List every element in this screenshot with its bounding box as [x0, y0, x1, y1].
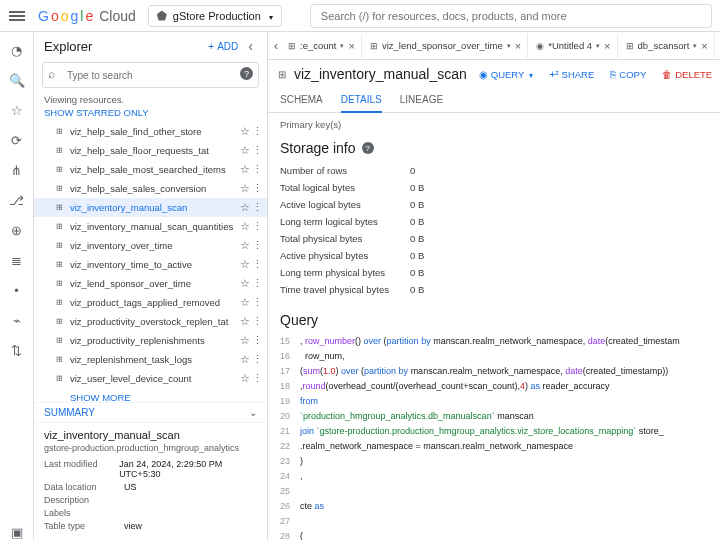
item-name: viz_help_sale_sales_conversion — [70, 183, 240, 194]
hamburger-menu-icon[interactable] — [8, 7, 26, 25]
show-starred-link[interactable]: SHOW STARRED ONLY — [34, 105, 267, 122]
star-icon[interactable]: ☆ — [240, 315, 250, 328]
view-icon: ⊞ — [56, 279, 63, 288]
more-icon[interactable]: ⋮ — [252, 353, 263, 366]
star-icon[interactable]: ☆ — [240, 220, 250, 233]
delete-button[interactable]: 🗑DELETE — [658, 69, 716, 80]
editor-tab[interactable]: ⊞:e_count▾× — [282, 34, 362, 58]
subtab-details[interactable]: DETAILS — [341, 88, 382, 113]
close-icon[interactable]: × — [604, 40, 610, 52]
summary-title: viz_inventory_manual_scan — [44, 429, 257, 441]
tree-item[interactable]: ⊞viz_help_sale_most_searched_items☆⋮ — [34, 160, 267, 179]
editor-tab[interactable]: ⊞db_scansort▾× — [620, 34, 715, 58]
resource-tree: ⊞viz_help_sale_find_other_store☆⋮⊞viz_he… — [34, 122, 267, 402]
tab-dropdown-icon[interactable]: ▾ — [340, 42, 344, 50]
view-icon: ⊞ — [56, 298, 63, 307]
share-button[interactable]: +²SHARE — [545, 69, 598, 80]
close-icon[interactable]: × — [515, 40, 521, 52]
star-icon[interactable]: ☆ — [240, 163, 250, 176]
tree-item[interactable]: ⊞viz_help_sale_floor_requests_tat☆⋮ — [34, 141, 267, 160]
tree-item[interactable]: ⊞viz_inventory_time_to_active☆⋮ — [34, 255, 267, 274]
more-icon[interactable]: ⋮ — [252, 201, 263, 214]
rail-icon-1[interactable]: ⋔ — [9, 162, 25, 178]
more-icon[interactable]: ⋮ — [252, 239, 263, 252]
editor-tab[interactable]: ◉*Untitled 4▾× — [530, 34, 617, 58]
tab-type-icon: ⊞ — [626, 41, 634, 51]
help-icon[interactable]: ? — [362, 142, 374, 154]
rail-search-icon[interactable]: 🔍 — [9, 72, 25, 88]
tree-item[interactable]: ⊞viz_inventory_over_time☆⋮ — [34, 236, 267, 255]
tree-item[interactable]: ⊞viz_inventory_manual_scan_quantities☆⋮ — [34, 217, 267, 236]
editor-tab[interactable]: ⊞viz_lend_sponsor_over_time▾× — [364, 34, 528, 58]
rail-bigquery-icon[interactable]: ◔ — [9, 42, 25, 58]
global-search-input[interactable] — [310, 4, 712, 28]
close-icon[interactable]: × — [348, 40, 354, 52]
more-icon[interactable]: ⋮ — [252, 182, 263, 195]
tab-dropdown-icon[interactable]: ▾ — [693, 42, 697, 50]
collapse-explorer-icon[interactable]: ‹ — [244, 38, 257, 54]
rail-icon-6[interactable]: ⌁ — [9, 312, 25, 328]
star-icon[interactable]: ☆ — [240, 201, 250, 214]
search-help-icon[interactable]: ? — [240, 67, 253, 80]
tree-item[interactable]: ⊞viz_help_sale_find_other_store☆⋮ — [34, 122, 267, 141]
star-icon[interactable]: ☆ — [240, 277, 250, 290]
more-icon[interactable]: ⋮ — [252, 220, 263, 233]
more-icon[interactable]: ⋮ — [252, 125, 263, 138]
more-icon[interactable]: ⋮ — [252, 258, 263, 271]
more-icon[interactable]: ⋮ — [252, 277, 263, 290]
project-picker[interactable]: gStore Production — [148, 5, 282, 27]
more-icon[interactable]: ⋮ — [252, 296, 263, 309]
more-icon[interactable]: ⋮ — [252, 315, 263, 328]
tree-item[interactable]: ⊞viz_user_level_device_count☆⋮ — [34, 369, 267, 388]
storage-heading: Storage info — [280, 140, 356, 156]
more-icon[interactable]: ⋮ — [252, 334, 263, 347]
tree-item[interactable]: ⊞viz_productivity_overstock_replen_tat☆⋮ — [34, 312, 267, 331]
tab-dropdown-icon[interactable]: ▾ — [507, 42, 511, 50]
view-icon: ⊞ — [56, 336, 63, 345]
tree-item[interactable]: ⊞viz_product_tags_applied_removed☆⋮ — [34, 293, 267, 312]
chevron-down-icon: ⌄ — [249, 407, 257, 418]
more-icon[interactable]: ⋮ — [252, 372, 263, 385]
explorer-search-input[interactable] — [42, 62, 259, 88]
query-button[interactable]: ◉QUERY — [475, 69, 538, 80]
summary-toggle[interactable]: SUMMARY ⌄ — [34, 402, 267, 422]
rail-icon-4[interactable]: ≣ — [9, 252, 25, 268]
more-icon[interactable]: ⋮ — [252, 163, 263, 176]
star-icon[interactable]: ☆ — [240, 144, 250, 157]
rail-icon-2[interactable]: ⎇ — [9, 192, 25, 208]
tab-nav-prev[interactable]: ‹ — [272, 34, 280, 58]
show-more-link[interactable]: SHOW MORE — [34, 388, 267, 402]
star-icon[interactable]: ☆ — [240, 334, 250, 347]
summary-value: view — [124, 521, 142, 531]
rail-icon-3[interactable]: ⊕ — [9, 222, 25, 238]
tree-item[interactable]: ⊞viz_replenishment_task_logs☆⋮ — [34, 350, 267, 369]
close-icon[interactable]: × — [701, 40, 707, 52]
star-icon[interactable]: ☆ — [240, 296, 250, 309]
rail-history-icon[interactable]: ⟳ — [9, 132, 25, 148]
tree-item[interactable]: ⊞viz_productivity_replenishments☆⋮ — [34, 331, 267, 350]
tree-item[interactable]: ⊞viz_inventory_manual_scan☆⋮ — [34, 198, 267, 217]
tab-label: db_scansort — [638, 40, 690, 51]
star-icon[interactable]: ☆ — [240, 182, 250, 195]
subtab-lineage[interactable]: LINEAGE — [400, 88, 443, 112]
subtab-schema[interactable]: SCHEMA — [280, 88, 323, 112]
tab-dropdown-icon[interactable]: ▾ — [596, 42, 600, 50]
star-icon[interactable]: ☆ — [240, 372, 250, 385]
add-button[interactable]: +ADD — [208, 41, 238, 52]
tree-item[interactable]: ⊞viz_lend_sponsor_over_time☆⋮ — [34, 274, 267, 293]
rail-icon-7[interactable]: ⇅ — [9, 342, 25, 358]
rail-bottom-icon[interactable]: ▣ — [9, 524, 25, 540]
star-icon[interactable]: ☆ — [240, 239, 250, 252]
item-name: viz_replenishment_task_logs — [70, 354, 240, 365]
google-cloud-logo[interactable]: Google Cloud — [38, 8, 136, 24]
star-icon[interactable]: ☆ — [240, 258, 250, 271]
rail-icon-5[interactable]: • — [9, 282, 25, 298]
more-icon[interactable]: ⋮ — [252, 144, 263, 157]
query-code[interactable]: , row_number() over (partition by mansca… — [300, 334, 708, 540]
star-icon[interactable]: ☆ — [240, 353, 250, 366]
rail-star-icon[interactable]: ☆ — [9, 102, 25, 118]
tree-item[interactable]: ⊞viz_help_sale_sales_conversion☆⋮ — [34, 179, 267, 198]
star-icon[interactable]: ☆ — [240, 125, 250, 138]
tab-type-icon: ⊞ — [288, 41, 296, 51]
copy-button[interactable]: ⎘COPY — [606, 69, 650, 80]
